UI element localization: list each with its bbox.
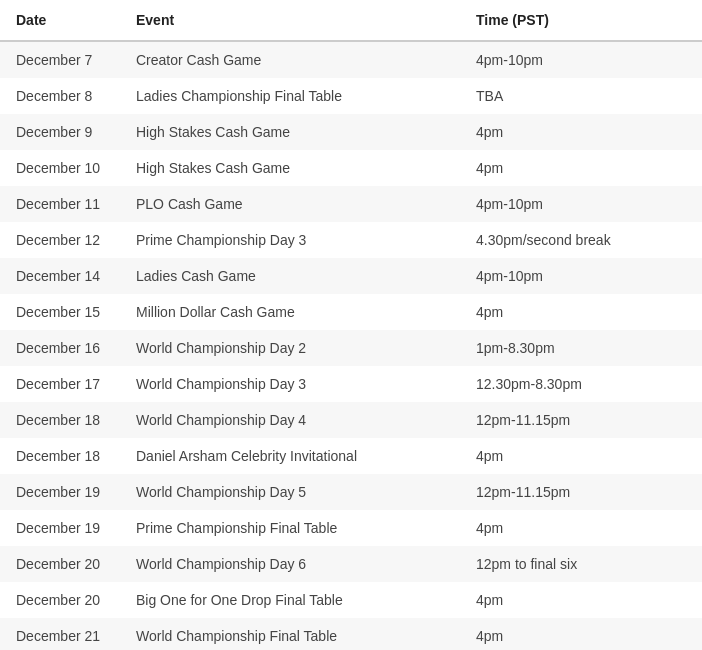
cell-event: World Championship Day 5 [120, 474, 460, 510]
cell-date: December 11 [0, 186, 120, 222]
cell-event: PLO Cash Game [120, 186, 460, 222]
cell-date: December 16 [0, 330, 120, 366]
cell-event: Daniel Arsham Celebrity Invitational [120, 438, 460, 474]
cell-date: December 7 [0, 41, 120, 78]
table-row: December 9High Stakes Cash Game4pm [0, 114, 702, 150]
cell-event: Million Dollar Cash Game [120, 294, 460, 330]
cell-time: 12pm to final six [460, 546, 702, 582]
table-body: December 7Creator Cash Game4pm-10pmDecem… [0, 41, 702, 650]
cell-date: December 8 [0, 78, 120, 114]
header-date: Date [0, 0, 120, 41]
table-row: December 15Million Dollar Cash Game4pm [0, 294, 702, 330]
table-row: December 21World Championship Final Tabl… [0, 618, 702, 650]
cell-event: Ladies Championship Final Table [120, 78, 460, 114]
cell-event: Creator Cash Game [120, 41, 460, 78]
table-row: December 8Ladies Championship Final Tabl… [0, 78, 702, 114]
cell-event: World Championship Day 3 [120, 366, 460, 402]
cell-date: December 21 [0, 618, 120, 650]
schedule-table: Date Event Time (PST) December 7Creator … [0, 0, 702, 650]
cell-event: World Championship Day 2 [120, 330, 460, 366]
cell-event: High Stakes Cash Game [120, 114, 460, 150]
table-row: December 7Creator Cash Game4pm-10pm [0, 41, 702, 78]
cell-date: December 20 [0, 582, 120, 618]
table-row: December 18World Championship Day 412pm-… [0, 402, 702, 438]
cell-time: 4pm [460, 618, 702, 650]
table-row: December 19Prime Championship Final Tabl… [0, 510, 702, 546]
cell-time: 4pm [460, 582, 702, 618]
cell-time: 12pm-11.15pm [460, 474, 702, 510]
table-row: December 19World Championship Day 512pm-… [0, 474, 702, 510]
table-row: December 20World Championship Day 612pm … [0, 546, 702, 582]
table-row: December 14Ladies Cash Game4pm-10pm [0, 258, 702, 294]
cell-time: 12pm-11.15pm [460, 402, 702, 438]
table-row: December 12Prime Championship Day 34.30p… [0, 222, 702, 258]
cell-event: World Championship Day 4 [120, 402, 460, 438]
cell-time: 4pm-10pm [460, 41, 702, 78]
table-row: December 16World Championship Day 21pm-8… [0, 330, 702, 366]
header-time: Time (PST) [460, 0, 702, 41]
cell-time: 4.30pm/second break [460, 222, 702, 258]
cell-event: High Stakes Cash Game [120, 150, 460, 186]
table-row: December 18Daniel Arsham Celebrity Invit… [0, 438, 702, 474]
cell-event: World Championship Day 6 [120, 546, 460, 582]
cell-time: 4pm-10pm [460, 258, 702, 294]
cell-event: Prime Championship Day 3 [120, 222, 460, 258]
cell-time: 4pm [460, 294, 702, 330]
cell-time: 4pm [460, 510, 702, 546]
cell-event: Prime Championship Final Table [120, 510, 460, 546]
cell-time: 4pm [460, 114, 702, 150]
cell-date: December 19 [0, 510, 120, 546]
cell-date: December 18 [0, 438, 120, 474]
cell-time: 4pm [460, 438, 702, 474]
cell-date: December 10 [0, 150, 120, 186]
table-row: December 20Big One for One Drop Final Ta… [0, 582, 702, 618]
table-row: December 17World Championship Day 312.30… [0, 366, 702, 402]
cell-time: 1pm-8.30pm [460, 330, 702, 366]
cell-time: 4pm-10pm [460, 186, 702, 222]
cell-date: December 15 [0, 294, 120, 330]
table-row: December 10High Stakes Cash Game4pm [0, 150, 702, 186]
cell-time: 12.30pm-8.30pm [460, 366, 702, 402]
table-row: December 11PLO Cash Game4pm-10pm [0, 186, 702, 222]
cell-date: December 12 [0, 222, 120, 258]
cell-time: TBA [460, 78, 702, 114]
header-event: Event [120, 0, 460, 41]
table-header-row: Date Event Time (PST) [0, 0, 702, 41]
cell-date: December 9 [0, 114, 120, 150]
schedule-table-container: Date Event Time (PST) December 7Creator … [0, 0, 702, 650]
cell-event: Big One for One Drop Final Table [120, 582, 460, 618]
cell-date: December 18 [0, 402, 120, 438]
cell-date: December 17 [0, 366, 120, 402]
cell-event: World Championship Final Table [120, 618, 460, 650]
cell-event: Ladies Cash Game [120, 258, 460, 294]
cell-date: December 19 [0, 474, 120, 510]
cell-time: 4pm [460, 150, 702, 186]
cell-date: December 14 [0, 258, 120, 294]
cell-date: December 20 [0, 546, 120, 582]
